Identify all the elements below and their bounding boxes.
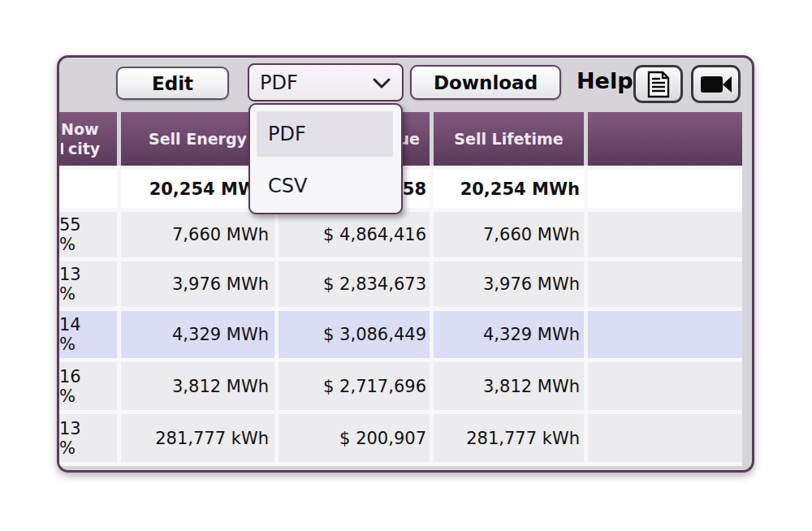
cell-empty [588,362,742,410]
header-capacity: Now city [59,112,117,166]
cell-empty [588,212,742,257]
widget-window: Edit PDF Download Help [57,55,754,473]
toolbar: Edit PDF Download Help [59,58,752,112]
cell-sell-revenue: $ 2,834,673 [279,261,430,307]
help-label: Help [577,68,633,93]
cell-sell-revenue: $ 200,907 [279,414,430,462]
cell-sell-revenue: $ 3,086,449 [279,311,430,358]
cell-sell-lifetime: 3,812 MWh [434,362,584,410]
cell-capacity: 55 % [59,212,117,257]
chevron-down-icon [372,77,391,90]
download-button[interactable]: Download [410,65,561,100]
cell-capacity [59,170,117,208]
format-select[interactable]: PDF [248,63,404,101]
help-document-button[interactable] [633,65,683,103]
cell-empty [588,414,742,462]
header-empty [588,112,742,166]
format-select-value: PDF [260,71,298,94]
cell-empty [588,261,742,307]
cell-sell-lifetime: 281,777 kWh [434,414,584,462]
cell-sell-energy: 3,976 MWh [121,261,274,307]
cell-empty [588,170,742,208]
cell-sell-energy: 7,660 MWh [121,212,274,257]
header-sell-lifetime: Sell Lifetime [434,112,584,166]
cell-sell-revenue: $ 4,864,416 [279,212,430,257]
cell-sell-lifetime: 7,660 MWh [434,212,584,257]
cell-capacity: 13 % [59,261,117,307]
cell-sell-energy: 3,812 MWh [121,362,274,410]
edit-button[interactable]: Edit [116,67,229,100]
cell-sell-lifetime: 20,254 MWh [434,170,584,208]
cell-sell-energy: 281,777 kWh [121,414,274,462]
cell-capacity: 16 % [59,362,117,410]
cell-empty [588,311,742,358]
cell-sell-lifetime: 4,329 MWh [434,311,584,358]
cell-capacity: 14 % [59,311,117,358]
document-icon [647,71,670,98]
page-background: Edit PDF Download Help [0,0,812,531]
cell-capacity: 13 % [59,414,117,462]
cell-sell-energy: 4,329 MWh [121,311,274,358]
format-dropdown-panel: PDF CSV [248,103,403,214]
cell-sell-revenue: $ 2,717,696 [279,362,430,410]
cell-sell-lifetime: 3,976 MWh [434,261,584,307]
help-video-button[interactable] [691,65,741,103]
dropdown-option-csv[interactable]: CSV [257,163,393,209]
dropdown-option-pdf[interactable]: PDF [257,111,393,157]
video-camera-icon [700,74,732,95]
